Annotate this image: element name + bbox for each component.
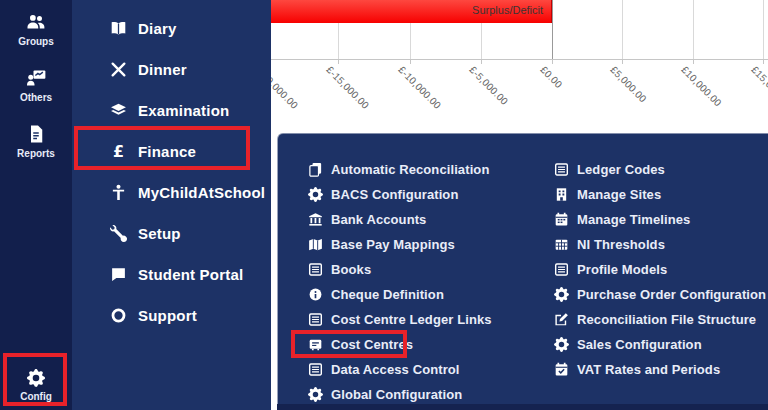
surplus-deficit-chart: Surplus/Deficit £-20,000.00 £-15,000.00 … — [271, 0, 768, 133]
flyout-item-ni-thresholds[interactable]: NI Thresholds — [554, 232, 768, 257]
flyout-item-manage-timelines[interactable]: Manage Timelines — [554, 207, 768, 232]
map-icon — [308, 237, 323, 252]
menu-item-label: Diary — [138, 20, 177, 37]
sidebar-item-label: Config — [20, 391, 52, 402]
flyout-item-label: NI Thresholds — [577, 237, 665, 252]
flyout-item-label: Data Access Control — [331, 362, 460, 377]
copy-icon — [308, 162, 323, 177]
flyout-item-label: Purchase Order Configuration — [577, 287, 766, 302]
flyout-item-bacs-configuration[interactable]: BACS Configuration — [308, 182, 554, 207]
x-tick — [410, 59, 411, 64]
flyout-item-label: VAT Rates and Periods — [577, 362, 720, 377]
flyout-item-cost-centres[interactable]: Cost Centres — [308, 332, 554, 357]
flyout-item-cheque-definition[interactable]: Cheque Definition — [308, 282, 554, 307]
sidebar-item-label: Reports — [17, 148, 55, 159]
list-icon — [308, 312, 323, 327]
menu-item-support[interactable]: Support — [72, 295, 271, 336]
x-tick-label: £0.00 — [538, 64, 564, 90]
menu-item-label: Support — [138, 307, 197, 324]
book-icon — [110, 20, 127, 37]
x-tick — [622, 59, 623, 64]
list-icon — [554, 262, 569, 277]
flyout-item-label: Bank Accounts — [331, 212, 426, 227]
flyout-item-automatic-reconciliation[interactable]: Automatic Reconciliation — [308, 157, 554, 182]
menu-item-label: Student Portal — [138, 266, 243, 283]
chat-icon — [110, 266, 127, 283]
x-tick-label: £-10,000.00 — [396, 64, 443, 111]
wrench-icon — [110, 225, 127, 242]
flyout-item-bank-accounts[interactable]: Bank Accounts — [308, 207, 554, 232]
gear-icon — [554, 337, 569, 352]
flyout-item-label: Cost Centre Ledger Links — [331, 312, 492, 327]
circle-icon — [110, 307, 127, 324]
gridline — [622, 0, 623, 59]
flyout-item-books[interactable]: Books — [308, 257, 554, 282]
flyout-item-sales-configuration[interactable]: Sales Configuration — [554, 332, 768, 357]
module-menu: Diary Dinner Examination Finance MyChild… — [72, 0, 271, 410]
flyout-item-cost-centre-ledger-links[interactable]: Cost Centre Ledger Links — [308, 307, 554, 332]
flyout-item-label: Automatic Reconciliation — [331, 162, 489, 177]
x-tick — [552, 59, 553, 64]
menu-item-dinner[interactable]: Dinner — [72, 49, 271, 90]
flyout-item-label: Cost Centres — [331, 337, 413, 352]
calendar-check-icon — [554, 362, 569, 377]
flyout-item-label: Base Pay Mappings — [331, 237, 455, 252]
sidebar-item-config[interactable]: Config — [0, 369, 72, 402]
flyout-item-profile-models[interactable]: Profile Models — [554, 257, 768, 282]
flyout-item-vat-rates-and-periods[interactable]: VAT Rates and Periods — [554, 357, 768, 382]
utensils-icon — [110, 61, 127, 78]
menu-item-mychildatschool[interactable]: MyChildAtSchool — [72, 172, 271, 213]
menu-item-label: Setup — [138, 225, 181, 242]
primary-sidebar: Groups Others Reports Config — [0, 0, 72, 410]
menu-item-setup[interactable]: Setup — [72, 213, 271, 254]
x-tick-label: £-15,000.00 — [324, 64, 371, 111]
table-icon — [554, 237, 569, 252]
users-icon — [26, 12, 46, 32]
bar-series-label: Surplus/Deficit — [472, 4, 543, 16]
x-tick — [763, 59, 764, 64]
x-tick — [693, 59, 694, 64]
layers-icon — [110, 102, 127, 119]
gridline — [763, 0, 764, 59]
page-background-strip — [277, 404, 768, 410]
flyout-item-label: Sales Configuration — [577, 337, 702, 352]
menu-item-examination[interactable]: Examination — [72, 90, 271, 131]
flyout-item-purchase-order-configuration[interactable]: Purchase Order Configuration — [554, 282, 768, 307]
flyout-item-label: Global Configuration — [331, 387, 462, 402]
sidebar-item-groups[interactable]: Groups — [0, 0, 72, 56]
flyout-item-base-pay-mappings[interactable]: Base Pay Mappings — [308, 232, 554, 257]
menu-item-label: Dinner — [138, 61, 187, 78]
sidebar-item-reports[interactable]: Reports — [0, 112, 72, 168]
pencil-square-icon — [554, 312, 569, 327]
flyout-item-data-access-control[interactable]: Data Access Control — [308, 357, 554, 382]
gear-icon — [554, 287, 569, 302]
menu-item-finance[interactable]: Finance — [72, 131, 271, 172]
x-tick — [338, 59, 339, 64]
calendar-icon — [554, 212, 569, 227]
flyout-item-reconciliation-file-structure[interactable]: Reconciliation File Structure — [554, 307, 768, 332]
flyout-item-label: Cheque Definition — [331, 287, 444, 302]
menu-item-label: Examination — [138, 102, 229, 119]
gear-icon — [308, 187, 323, 202]
sidebar-item-others[interactable]: Others — [0, 56, 72, 112]
flyout-left-column: Automatic Reconciliation BACS Configurat… — [278, 134, 554, 404]
gear-icon — [308, 387, 323, 402]
surplus-deficit-bar: Surplus/Deficit — [271, 0, 552, 23]
flyout-item-label: Manage Sites — [577, 187, 661, 202]
flyout-item-label: Manage Timelines — [577, 212, 690, 227]
bank-icon — [308, 212, 323, 227]
menu-item-label: Finance — [138, 143, 196, 160]
flyout-item-label: Reconciliation File Structure — [577, 312, 756, 327]
x-tick-label: £-20,000.00 — [271, 64, 300, 111]
list-icon — [554, 162, 569, 177]
menu-item-diary[interactable]: Diary — [72, 8, 271, 49]
flyout-item-ledger-codes[interactable]: Ledger Codes — [554, 157, 768, 182]
safe-icon — [308, 337, 323, 352]
building-icon — [554, 187, 569, 202]
flyout-item-manage-sites[interactable]: Manage Sites — [554, 182, 768, 207]
x-tick — [481, 59, 482, 64]
child-icon — [110, 184, 127, 201]
menu-item-student-portal[interactable]: Student Portal — [72, 254, 271, 295]
flyout-item-label: Profile Models — [577, 262, 667, 277]
zero-gridline — [552, 0, 553, 59]
